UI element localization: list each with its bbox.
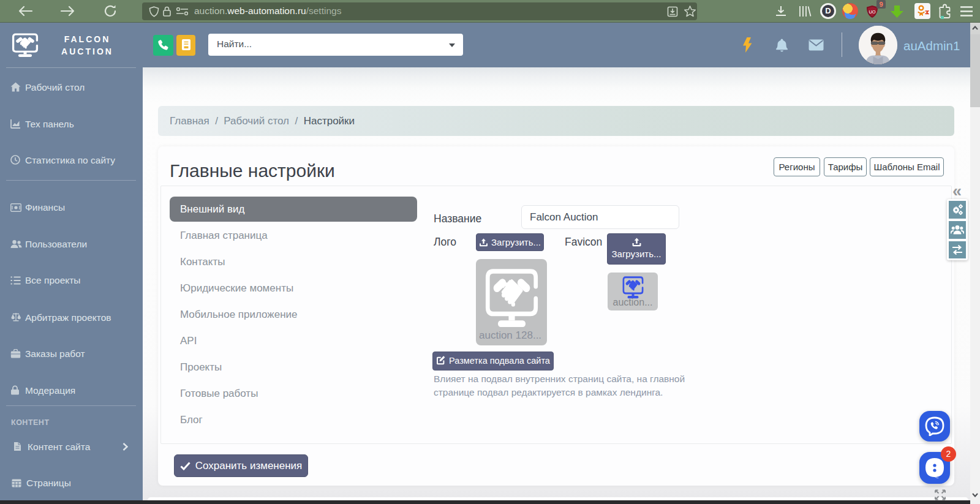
svg-text:UO: UO	[869, 9, 875, 15]
